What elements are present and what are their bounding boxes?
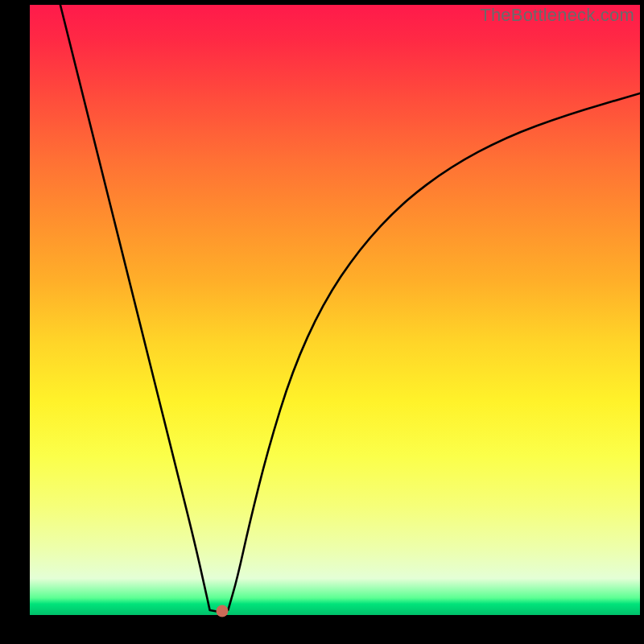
optimum-marker bbox=[216, 605, 228, 617]
chart-plot-area: TheBottleneck.com bbox=[30, 5, 640, 615]
curve-path bbox=[60, 5, 640, 612]
bottleneck-curve bbox=[30, 5, 640, 615]
chart-stage: TheBottleneck.com bbox=[0, 0, 644, 644]
